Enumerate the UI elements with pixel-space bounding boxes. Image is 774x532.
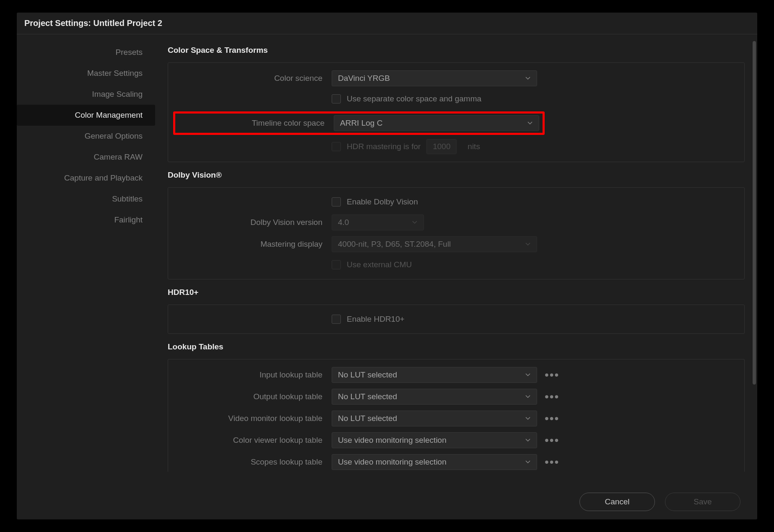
settings-sidebar: Presets Master Settings Image Scaling Co… xyxy=(17,34,155,519)
checkbox-row-hdr-mastering: HDR mastering is for nits xyxy=(332,139,480,154)
checkbox-external-cmu xyxy=(332,260,341,269)
label-hdr-mastering: HDR mastering is for xyxy=(347,142,421,151)
row-mastering-display: Mastering display 4000-nit, P3, D65, ST.… xyxy=(177,236,736,252)
dropdown-mastering-display[interactable]: 4000-nit, P3, D65, ST.2084, Full xyxy=(332,236,537,252)
sidebar-item-label: Presets xyxy=(116,48,143,57)
chevron-down-icon xyxy=(525,75,531,81)
dropdown-value: ARRI Log C xyxy=(340,119,382,128)
dropdown-viewer-lut[interactable]: Use video monitoring selection xyxy=(332,432,537,448)
chevron-down-icon xyxy=(525,437,531,443)
row-timeline-color-space: Timeline color space ARRI Log C xyxy=(177,111,736,135)
chevron-down-icon xyxy=(525,241,531,247)
sidebar-item-capture-playback[interactable]: Capture and Playback xyxy=(17,168,155,189)
row-monitor-lut: Video monitor lookup table No LUT select… xyxy=(177,411,736,426)
label-external-cmu: Use external CMU xyxy=(347,260,412,269)
dropdown-timeline-color-space[interactable]: ARRI Log C xyxy=(334,115,539,131)
more-button-viewer-lut[interactable]: ••• xyxy=(545,438,559,442)
dropdown-input-lut[interactable]: No LUT selected xyxy=(332,367,537,383)
row-output-lut: Output lookup table No LUT selected ••• xyxy=(177,389,736,405)
more-button-scopes-lut[interactable]: ••• xyxy=(545,460,559,464)
dropdown-color-science[interactable]: DaVinci YRGB xyxy=(332,70,537,86)
window-body: Presets Master Settings Image Scaling Co… xyxy=(17,34,757,519)
sidebar-item-label: Fairlight xyxy=(114,215,143,224)
dropdown-value: Use video monitoring selection xyxy=(338,457,447,467)
chevron-down-icon xyxy=(525,459,531,465)
dropdown-dolby-version[interactable]: 4.0 xyxy=(332,214,424,230)
section-box-hdr10: Enable HDR10+ xyxy=(168,305,745,334)
cancel-button[interactable]: Cancel xyxy=(579,493,655,511)
sidebar-item-fairlight[interactable]: Fairlight xyxy=(17,209,155,230)
sidebar-item-image-scaling[interactable]: Image Scaling xyxy=(17,84,155,105)
dropdown-value: 4.0 xyxy=(338,218,349,227)
project-settings-window: Project Settings: Untitled Project 2 Pre… xyxy=(17,13,757,519)
more-button-output-lut[interactable]: ••• xyxy=(545,395,559,399)
chevron-down-icon xyxy=(525,372,531,378)
more-button-input-lut[interactable]: ••• xyxy=(545,373,559,377)
sidebar-item-label: Camera RAW xyxy=(94,152,143,161)
dropdown-value: No LUT selected xyxy=(338,414,397,423)
section-title-color-space: Color Space & Transforms xyxy=(168,46,745,55)
label-timeline-color-space: Timeline color space xyxy=(177,119,334,128)
highlight-timeline-color-space: Timeline color space ARRI Log C xyxy=(173,111,545,135)
sidebar-item-master-settings[interactable]: Master Settings xyxy=(17,63,155,84)
sidebar-item-label: Capture and Playback xyxy=(64,173,143,182)
row-viewer-lut: Color viewer lookup table Use video moni… xyxy=(177,432,736,448)
chevron-down-icon xyxy=(412,220,418,225)
row-enable-hdr10: Enable HDR10+ xyxy=(177,312,736,326)
checkbox-enable-dolby[interactable] xyxy=(332,197,341,207)
dropdown-value: DaVinci YRGB xyxy=(338,74,390,83)
section-title-dolby: Dolby Vision® xyxy=(168,170,745,180)
checkbox-row-enable-dolby: Enable Dolby Vision xyxy=(332,197,418,207)
label-viewer-lut: Color viewer lookup table xyxy=(177,436,332,445)
input-hdr-nits[interactable] xyxy=(426,139,457,154)
label-separate-gamma: Use separate color space and gamma xyxy=(347,94,481,103)
more-button-monitor-lut[interactable]: ••• xyxy=(545,416,559,421)
dropdown-value: No LUT selected xyxy=(338,370,397,380)
sidebar-item-label: Master Settings xyxy=(87,69,143,77)
section-box-lut: Input lookup table No LUT selected ••• O… xyxy=(168,359,745,472)
section-title-hdr10: HDR10+ xyxy=(168,288,745,297)
sidebar-item-label: Subtitles xyxy=(112,194,143,203)
sidebar-item-label: General Options xyxy=(85,132,143,140)
label-input-lut: Input lookup table xyxy=(177,370,332,380)
row-scopes-lut: Scopes lookup table Use video monitoring… xyxy=(177,454,736,470)
sidebar-item-general-options[interactable]: General Options xyxy=(17,126,155,147)
content-scrollbar[interactable] xyxy=(753,41,756,385)
sidebar-item-color-management[interactable]: Color Management xyxy=(17,105,155,126)
dropdown-value: Use video monitoring selection xyxy=(338,436,447,445)
settings-content: Color Space & Transforms Color science D… xyxy=(155,34,757,519)
row-input-lut: Input lookup table No LUT selected ••• xyxy=(177,367,736,383)
section-box-color-space: Color science DaVinci YRGB Use separate … xyxy=(168,62,745,162)
sidebar-item-camera-raw[interactable]: Camera RAW xyxy=(17,147,155,168)
checkbox-separate-gamma[interactable] xyxy=(332,94,341,103)
dropdown-scopes-lut[interactable]: Use video monitoring selection xyxy=(332,454,537,470)
row-color-science: Color science DaVinci YRGB xyxy=(177,70,736,86)
dropdown-output-lut[interactable]: No LUT selected xyxy=(332,389,537,405)
checkbox-row-separate-gamma: Use separate color space and gamma xyxy=(332,94,481,103)
checkbox-enable-hdr10[interactable] xyxy=(332,315,341,324)
row-separate-gamma: Use separate color space and gamma xyxy=(177,92,736,106)
label-mastering-display: Mastering display xyxy=(177,240,332,249)
row-hdr-mastering: HDR mastering is for nits xyxy=(177,139,736,154)
chevron-down-icon xyxy=(525,416,531,421)
label-color-science: Color science xyxy=(177,74,332,83)
sidebar-item-label: Image Scaling xyxy=(92,90,143,98)
label-nits-unit: nits xyxy=(468,142,480,151)
row-dolby-version: Dolby Vision version 4.0 xyxy=(177,214,736,230)
sidebar-item-subtitles[interactable]: Subtitles xyxy=(17,189,155,209)
window-title: Project Settings: Untitled Project 2 xyxy=(17,13,757,34)
chevron-down-icon xyxy=(525,394,531,400)
label-enable-dolby: Enable Dolby Vision xyxy=(347,197,418,207)
label-enable-hdr10: Enable HDR10+ xyxy=(347,315,405,324)
checkbox-hdr-mastering[interactable] xyxy=(332,142,341,151)
dropdown-value: 4000-nit, P3, D65, ST.2084, Full xyxy=(338,240,451,249)
sidebar-item-label: Color Management xyxy=(75,111,143,119)
dropdown-monitor-lut[interactable]: No LUT selected xyxy=(332,411,537,426)
section-title-lut: Lookup Tables xyxy=(168,342,745,351)
dropdown-value: No LUT selected xyxy=(338,392,397,401)
sidebar-item-presets[interactable]: Presets xyxy=(17,42,155,63)
checkbox-row-external-cmu: Use external CMU xyxy=(332,260,412,269)
label-output-lut: Output lookup table xyxy=(177,392,332,401)
label-scopes-lut: Scopes lookup table xyxy=(177,457,332,467)
save-button: Save xyxy=(665,493,740,511)
